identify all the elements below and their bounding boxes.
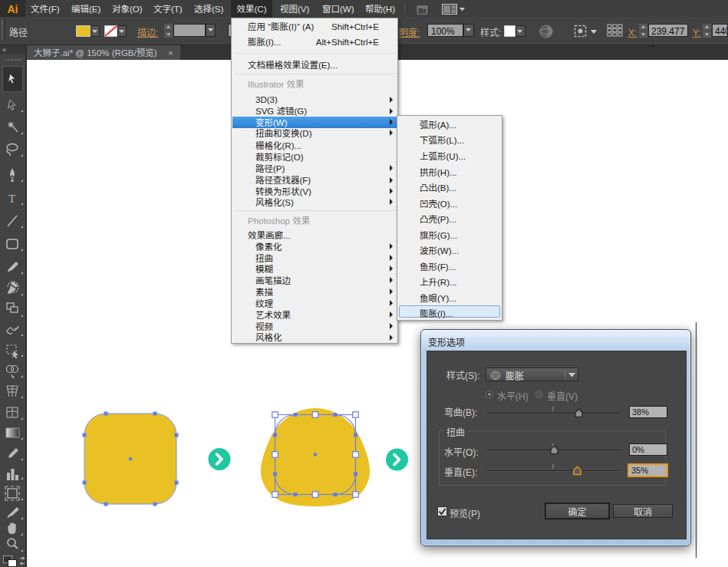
svg-text:»: » — [2, 45, 6, 54]
svg-text:T: T — [8, 193, 15, 205]
